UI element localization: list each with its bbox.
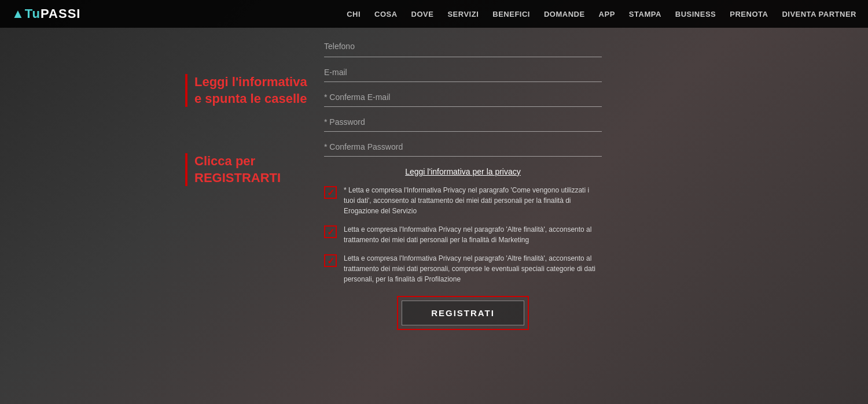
email-field-wrapper: [324, 63, 602, 82]
navigation: ▲TuPASSI CHI COSA DOVE SERVIZI BENEFICI …: [0, 0, 868, 28]
register-btn-outer-border: REGISTRATI: [397, 296, 529, 330]
checkbox-row-1: * Letta e compresa l'Informativa Privacy…: [324, 185, 602, 216]
nav-app[interactable]: APP: [599, 10, 615, 18]
registration-form: Leggi l'informativa per la privacy * Let…: [312, 39, 613, 347]
nav-servizi[interactable]: SERVIZI: [447, 10, 479, 18]
nav-benefici[interactable]: BENEFICI: [492, 10, 530, 18]
password-input[interactable]: [324, 113, 602, 132]
confirm-password-input[interactable]: [324, 138, 602, 157]
nav-diventa-partner[interactable]: DIVENTA PARTNER: [782, 10, 856, 18]
nav-chi[interactable]: CHI: [347, 10, 361, 18]
checkbox-2-text: Letta e compresa l'Informativa Privacy n…: [344, 224, 602, 245]
checkbox-2[interactable]: [324, 225, 337, 238]
nav-stampa[interactable]: STAMPA: [629, 10, 661, 18]
nav-cosa[interactable]: COSA: [374, 10, 398, 18]
privacy-hint-text: Leggi l'informativa e spunta le caselle: [194, 75, 307, 106]
checkbox-1-text: * Letta e compresa l'Informativa Privacy…: [344, 185, 602, 216]
privacy-hint-block: Leggi l'informativa e spunta le caselle: [185, 74, 312, 107]
nav-business[interactable]: BUSINESS: [675, 10, 716, 18]
checkbox-3-text: Letta e compresa l'Informativa Privacy n…: [344, 253, 602, 284]
nav-links: CHI COSA DOVE SERVIZI BENEFICI DOMANDE A…: [347, 10, 856, 18]
email-input[interactable]: [324, 63, 602, 82]
confirm-email-input[interactable]: [324, 88, 602, 107]
register-button[interactable]: REGISTRATI: [402, 301, 524, 325]
nav-domande[interactable]: DOMANDE: [544, 10, 585, 18]
checkbox-row-3: Letta e compresa l'Informativa Privacy n…: [324, 253, 602, 284]
register-hint-text: Clicca per REGISTRARTI: [194, 154, 281, 185]
checkbox-3[interactable]: [324, 254, 337, 267]
right-spacer: [613, 39, 729, 347]
register-hint-block: Clicca per REGISTRARTI: [185, 153, 312, 186]
nav-dove[interactable]: DOVE: [411, 10, 434, 18]
confirm-email-field-wrapper: [324, 88, 602, 107]
telefono-field: [324, 39, 602, 57]
register-btn-wrapper: REGISTRATI: [324, 296, 602, 330]
telefono-input[interactable]: [324, 39, 602, 53]
nav-prenota[interactable]: PRENOTA: [730, 10, 768, 18]
left-hints: Leggi l'informativa e spunta le caselle …: [139, 39, 312, 347]
checkbox-row-2: Letta e compresa l'Informativa Privacy n…: [324, 224, 602, 245]
confirm-password-field-wrapper: [324, 138, 602, 157]
page-wrapper: Leggi l'informativa e spunta le caselle …: [0, 0, 868, 404]
logo[interactable]: ▲TuPASSI: [12, 6, 80, 21]
password-field-wrapper: [324, 113, 602, 132]
checkbox-1[interactable]: [324, 186, 337, 199]
main-content: Leggi l'informativa e spunta le caselle …: [0, 28, 868, 347]
privacy-link[interactable]: Leggi l'informativa per la privacy: [324, 167, 602, 176]
